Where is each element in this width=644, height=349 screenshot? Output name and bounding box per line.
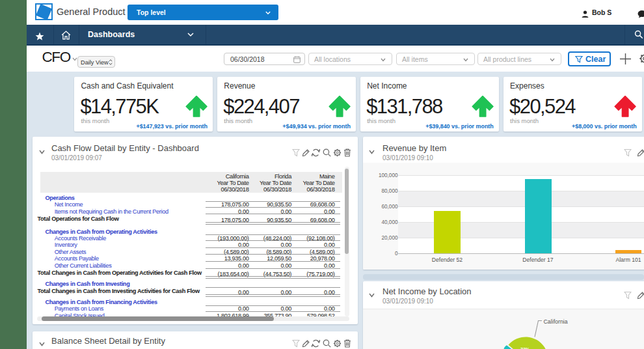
svg-text:California: California (544, 318, 568, 325)
